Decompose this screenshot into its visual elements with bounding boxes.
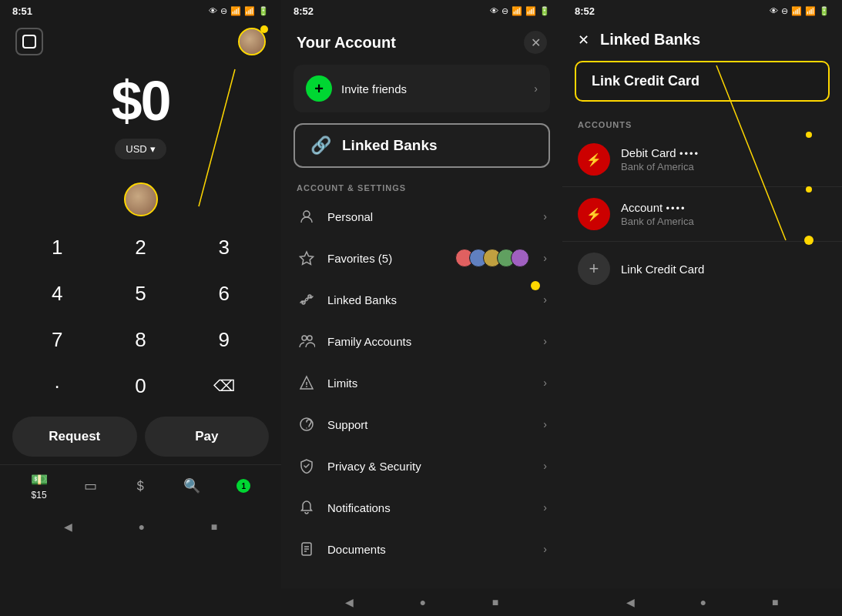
currency-selector[interactable]: USD ▾: [115, 139, 166, 159]
nav-item-dollars[interactable]: 💵 $15: [31, 471, 48, 500]
linked-banks-chevron: ›: [543, 293, 547, 306]
menu-item-limits[interactable]: Limits ›: [281, 362, 562, 403]
chevron-down-icon: ▾: [150, 143, 156, 155]
invite-friends-row[interactable]: + Invite friends ›: [294, 65, 550, 112]
linked-banks-menu-label: Linked Banks: [327, 293, 532, 306]
notifications-chevron: ›: [543, 501, 547, 514]
documents-icon: [297, 539, 317, 559]
invite-friends-label: Invite friends: [341, 82, 525, 95]
documents-label: Documents: [327, 543, 532, 556]
accounts-section-label: ACCOUNTS: [562, 114, 842, 132]
battery-icon: 🔋: [258, 6, 269, 16]
key-1[interactable]: 1: [15, 224, 99, 270]
recents-btn-p3[interactable]: ■: [772, 596, 778, 608]
svg-point-6: [302, 336, 307, 340]
key-dot[interactable]: ·: [15, 363, 99, 409]
home-btn-p3[interactable]: ●: [700, 596, 706, 608]
privacy-label: Privacy & Security: [327, 460, 532, 473]
account-item[interactable]: ⚡ Account •••• Bank of America: [562, 187, 842, 242]
account-title: Your Account: [297, 34, 396, 52]
back-btn-p3[interactable]: ◀: [626, 596, 635, 608]
limits-label: Limits: [327, 377, 532, 390]
key-8[interactable]: 8: [99, 316, 182, 363]
center-avatar-area: [0, 182, 281, 216]
key-9[interactable]: 9: [183, 316, 266, 363]
personal-icon: [297, 206, 317, 226]
panel-linked-banks: 8:52 👁 ⊖ 📶 📶 🔋 ✕ Linked Banks Link Credi…: [562, 0, 842, 616]
svg-point-10: [307, 387, 307, 387]
support-icon: [297, 414, 317, 434]
user-avatar-top[interactable]: [238, 28, 266, 55]
nav-item-activity[interactable]: 1: [236, 479, 250, 493]
menu-item-favorites[interactable]: Favorites (5) ›: [281, 237, 562, 279]
favorites-chevron: ›: [543, 252, 547, 264]
debit-card-item[interactable]: ⚡ Debit Card •••• Bank of America: [562, 132, 842, 187]
menu-item-notifications[interactable]: Notifications ›: [281, 487, 562, 528]
notifications-label: Notifications: [327, 501, 532, 514]
support-label: Support: [327, 418, 532, 431]
android-nav-p2: ◀ ● ■: [281, 588, 562, 616]
key-7[interactable]: 7: [15, 316, 99, 363]
key-2[interactable]: 2: [99, 224, 182, 270]
back-button-p3[interactable]: ✕: [578, 32, 589, 49]
account-name: Account ••••: [621, 201, 827, 214]
favorites-label: Favorites (5): [327, 252, 444, 265]
minus-icon: ⊖: [220, 6, 227, 16]
key-3[interactable]: 3: [183, 224, 266, 270]
panel-cash-home: 8:51 👁 ⊖ 📶 📶 🔋 $0 USD ▾: [0, 0, 281, 616]
signal-icon: 📶: [244, 6, 255, 16]
support-chevron: ›: [543, 418, 547, 430]
link-credit-card-highlight-label: Link Credit Card: [592, 73, 699, 89]
signal-icon-p2: 📶: [525, 6, 536, 16]
linked-banks-highlight[interactable]: 🔗 Linked Banks: [294, 123, 550, 168]
menu-item-privacy[interactable]: Privacy & Security ›: [281, 445, 562, 487]
key-0[interactable]: 0: [99, 363, 182, 409]
key-6[interactable]: 6: [183, 270, 266, 316]
battery-icon-p2: 🔋: [539, 6, 550, 16]
eye-icon-p2: 👁: [490, 6, 498, 15]
family-label: Family Accounts: [327, 335, 532, 348]
battery-icon-p3: 🔋: [819, 6, 830, 16]
menu-item-personal[interactable]: Personal ›: [281, 196, 562, 237]
personal-chevron: ›: [543, 210, 547, 223]
linked-banks-icon: [297, 290, 317, 310]
menu-item-support[interactable]: Support ›: [281, 403, 562, 445]
status-icons-p1: 👁 ⊖ 📶 📶 🔋: [209, 6, 269, 16]
nav-item-search[interactable]: 🔍: [183, 477, 200, 494]
center-avatar[interactable]: [124, 182, 158, 216]
recents-btn-p2[interactable]: ■: [492, 596, 498, 608]
link-credit-card-highlight-box[interactable]: Link Credit Card: [575, 61, 830, 102]
status-icons-p3: 👁 ⊖ 📶 📶 🔋: [770, 6, 830, 16]
key-backspace[interactable]: ⌫: [183, 363, 266, 409]
back-btn-p2[interactable]: ◀: [345, 596, 354, 608]
link-credit-card-row[interactable]: + Link Credit Card: [562, 242, 842, 296]
link-credit-card-label: Link Credit Card: [621, 263, 704, 276]
privacy-chevron: ›: [543, 460, 547, 472]
family-chevron: ›: [543, 335, 547, 347]
back-btn-p1[interactable]: ◀: [64, 521, 72, 533]
pay-button[interactable]: Pay: [145, 417, 270, 457]
menu-item-family[interactable]: Family Accounts ›: [281, 320, 562, 362]
debit-account-info: Debit Card •••• Bank of America: [621, 146, 827, 172]
home-btn-p2[interactable]: ●: [420, 596, 426, 608]
app-logo[interactable]: [15, 28, 43, 55]
close-button[interactable]: ✕: [524, 31, 547, 54]
menu-item-linked-banks[interactable]: Linked Banks ›: [281, 279, 562, 320]
menu-item-documents[interactable]: Documents ›: [281, 528, 562, 570]
nav-item-pay[interactable]: ＄: [133, 477, 147, 495]
svg-rect-0: [23, 35, 35, 48]
personal-label: Personal: [327, 210, 532, 223]
invite-plus-icon: +: [306, 75, 332, 102]
time-p1: 8:51: [12, 5, 32, 17]
home-btn-p1[interactable]: ●: [139, 521, 145, 533]
request-button[interactable]: Request: [12, 417, 137, 457]
nav-item-cash[interactable]: ▭: [84, 477, 97, 494]
key-5[interactable]: 5: [99, 270, 182, 316]
eye-icon: 👁: [209, 6, 217, 15]
boa-icon-account: ⚡: [586, 207, 602, 222]
minus-icon-p3: ⊖: [781, 6, 788, 16]
key-4[interactable]: 4: [15, 270, 99, 316]
search-nav-icon: 🔍: [183, 477, 200, 494]
recents-btn-p1[interactable]: ■: [211, 521, 217, 533]
status-bar-p3: 8:52 👁 ⊖ 📶 📶 🔋: [562, 0, 842, 22]
